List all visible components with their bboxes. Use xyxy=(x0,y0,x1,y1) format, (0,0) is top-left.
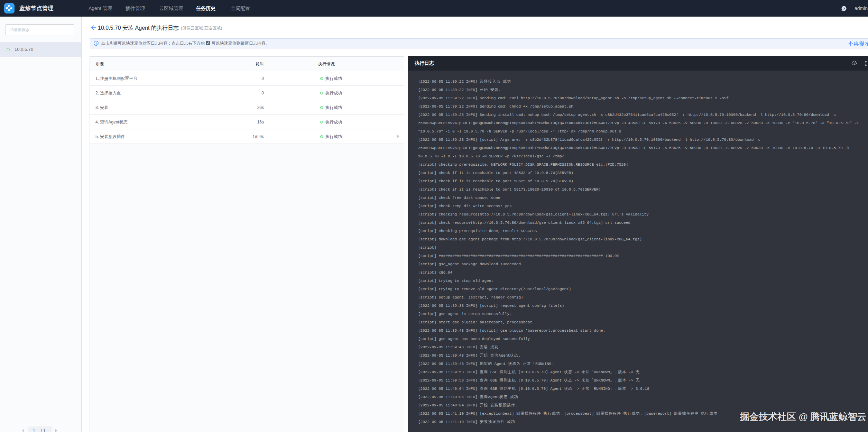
svg-text:?: ? xyxy=(843,7,845,10)
svg-text:i: i xyxy=(96,42,97,45)
